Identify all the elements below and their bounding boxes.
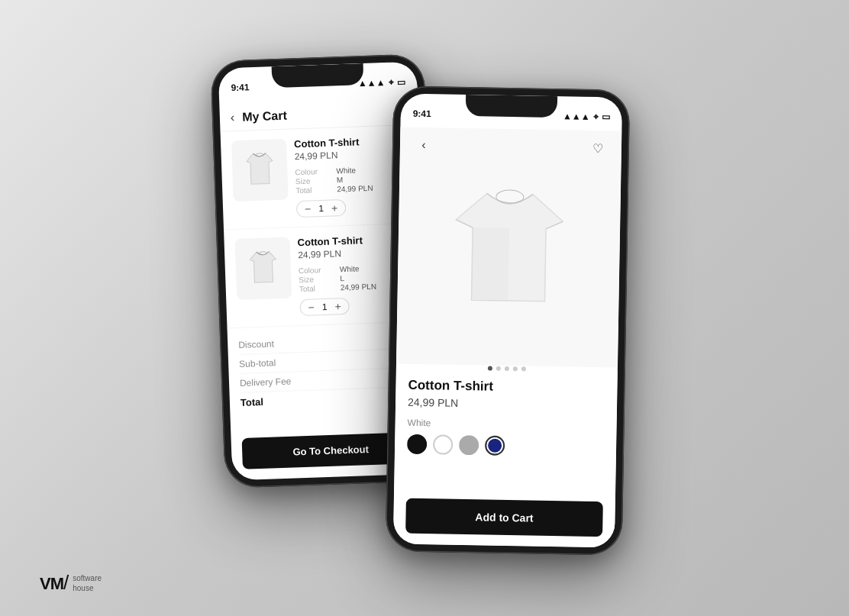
product-title: Cotton T-shirt bbox=[408, 378, 605, 396]
total-label-1: Total bbox=[295, 185, 334, 195]
cart-title: My Cart bbox=[242, 109, 287, 124]
phone-product: 9:41 ▲▲▲ ⌖ ▭ ‹ ♡ bbox=[386, 85, 631, 555]
notch-2 bbox=[466, 95, 557, 118]
qty-value-1: 1 bbox=[318, 203, 324, 214]
total-label-2: Total bbox=[299, 283, 337, 293]
size-label-2: Size bbox=[299, 274, 337, 284]
wifi-icon-2: ⌖ bbox=[593, 111, 599, 122]
product-nav: ‹ ♡ bbox=[400, 127, 622, 166]
status-time: 9:41 bbox=[231, 82, 250, 93]
logo-line1: software bbox=[73, 573, 102, 583]
qty-minus-1[interactable]: − bbox=[305, 204, 312, 214]
product-screen: 9:41 ▲▲▲ ⌖ ▭ ‹ ♡ bbox=[393, 94, 622, 548]
size-label-1: Size bbox=[295, 176, 334, 186]
colour-label-1: Colour bbox=[295, 167, 333, 177]
cart-item-1-image bbox=[231, 139, 289, 202]
svg-point-2 bbox=[496, 190, 524, 205]
logo: VM/ software house bbox=[40, 571, 102, 595]
dot-5 bbox=[521, 366, 526, 371]
qty-value-2: 1 bbox=[322, 302, 328, 312]
status-time-2: 9:41 bbox=[413, 108, 431, 119]
dot-2 bbox=[496, 366, 501, 371]
logo-line2: house bbox=[73, 583, 102, 593]
battery-icon: ▭ bbox=[396, 76, 405, 87]
add-to-cart-button[interactable]: Add to Cart bbox=[405, 498, 603, 537]
subtotal-label: Sub-total bbox=[239, 357, 276, 369]
qty-control-1: − 1 + bbox=[296, 199, 347, 218]
logo-vm: VM/ bbox=[40, 571, 68, 595]
qty-plus-1[interactable]: + bbox=[331, 202, 338, 213]
wifi-icon: ⌖ bbox=[388, 77, 393, 88]
battery-icon-2: ▭ bbox=[602, 111, 610, 122]
cart-item-2-image bbox=[234, 237, 292, 300]
swatch-black[interactable] bbox=[407, 434, 427, 454]
back-button[interactable]: ‹ bbox=[231, 111, 235, 124]
logo-text: software house bbox=[73, 573, 102, 593]
signal-icon-2: ▲▲▲ bbox=[563, 111, 590, 122]
status-icons-2: ▲▲▲ ⌖ ▭ bbox=[563, 111, 610, 122]
dot-3 bbox=[505, 366, 509, 371]
signal-icon: ▲▲▲ bbox=[358, 77, 386, 89]
swatch-white[interactable] bbox=[433, 434, 453, 454]
dot-4 bbox=[513, 366, 518, 371]
dot-1 bbox=[488, 366, 492, 371]
delivery-label: Delivery Fee bbox=[240, 376, 292, 389]
discount-label: Discount bbox=[238, 338, 274, 350]
qty-control-2: − 1 + bbox=[299, 298, 350, 316]
product-price: 24,99 PLN bbox=[408, 396, 605, 412]
colour-label-2: Colour bbox=[299, 265, 337, 275]
notch bbox=[272, 63, 364, 88]
swatch-navy[interactable] bbox=[485, 436, 505, 456]
status-icons: ▲▲▲ ⌖ ▭ bbox=[358, 76, 405, 89]
color-swatches bbox=[407, 434, 604, 457]
qty-plus-2[interactable]: + bbox=[334, 301, 341, 311]
wishlist-button[interactable]: ♡ bbox=[586, 137, 610, 160]
product-info: Cotton T-shirt 24,99 PLN White Add to Ca… bbox=[393, 366, 618, 547]
back-button-product[interactable]: ‹ bbox=[412, 134, 436, 157]
total-label: Total bbox=[240, 396, 264, 408]
swatch-gray[interactable] bbox=[459, 435, 479, 455]
color-label: White bbox=[408, 418, 605, 432]
qty-minus-2[interactable]: − bbox=[308, 302, 315, 312]
